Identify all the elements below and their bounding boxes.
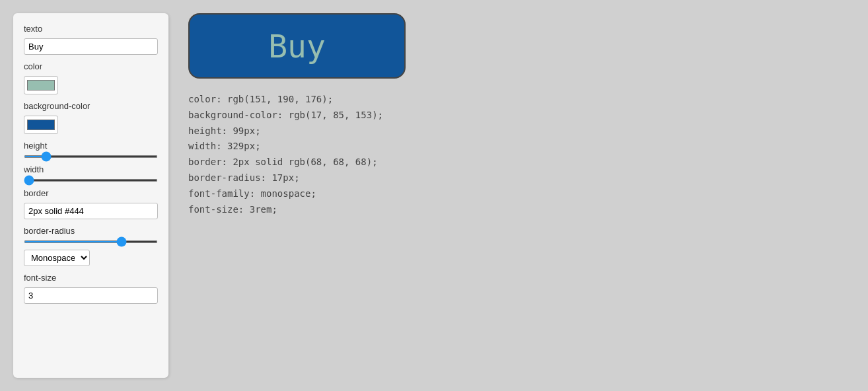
font-family-field-group: Monospace ▾ Sans-serif Serif Cursive: [24, 250, 158, 266]
font-family-select[interactable]: Monospace ▾ Sans-serif Serif Cursive: [24, 250, 90, 266]
border-radius-slider[interactable]: [24, 240, 158, 243]
sidebar-panel: texto color background-color height widt…: [13, 13, 168, 378]
css-line: border: 2px solid rgb(68, 68, 68);: [188, 155, 848, 170]
height-slider[interactable]: [24, 155, 158, 158]
css-line: color: rgb(151, 190, 176);: [188, 92, 848, 108]
main-area: Buy color: rgb(151, 190, 176);background…: [168, 0, 868, 391]
texto-input[interactable]: [24, 38, 158, 55]
bg-color-field-group: background-color: [24, 101, 158, 134]
bg-color-input[interactable]: [24, 116, 58, 134]
height-label: height: [24, 141, 158, 151]
border-field-group: border: [24, 188, 158, 219]
width-label: width: [24, 164, 158, 174]
texto-field-group: texto: [24, 24, 158, 55]
css-line: font-size: 3rem;: [188, 202, 848, 218]
css-line: background-color: rgb(17, 85, 153);: [188, 108, 848, 124]
color-input[interactable]: [24, 76, 58, 94]
css-line: border-radius: 17px;: [188, 170, 848, 186]
height-field-group: height: [24, 141, 158, 158]
font-size-label: font-size: [24, 273, 158, 283]
border-radius-field-group: border-radius: [24, 226, 158, 243]
texto-label: texto: [24, 24, 158, 34]
css-line: height: 99px;: [188, 124, 848, 139]
color-field-group: color: [24, 61, 158, 94]
css-line: font-family: monospace;: [188, 186, 848, 202]
bg-color-label: background-color: [24, 101, 158, 111]
font-size-field-group: font-size: [24, 273, 158, 304]
border-label: border: [24, 188, 158, 198]
preview-button[interactable]: Buy: [188, 13, 406, 79]
css-output: color: rgb(151, 190, 176);background-col…: [188, 92, 848, 217]
border-radius-label: border-radius: [24, 226, 158, 236]
border-input[interactable]: [24, 203, 158, 219]
css-line: width: 329px;: [188, 139, 848, 155]
width-field-group: width: [24, 164, 158, 182]
font-size-input[interactable]: [24, 287, 158, 304]
width-slider[interactable]: [24, 179, 158, 182]
color-label: color: [24, 61, 158, 71]
